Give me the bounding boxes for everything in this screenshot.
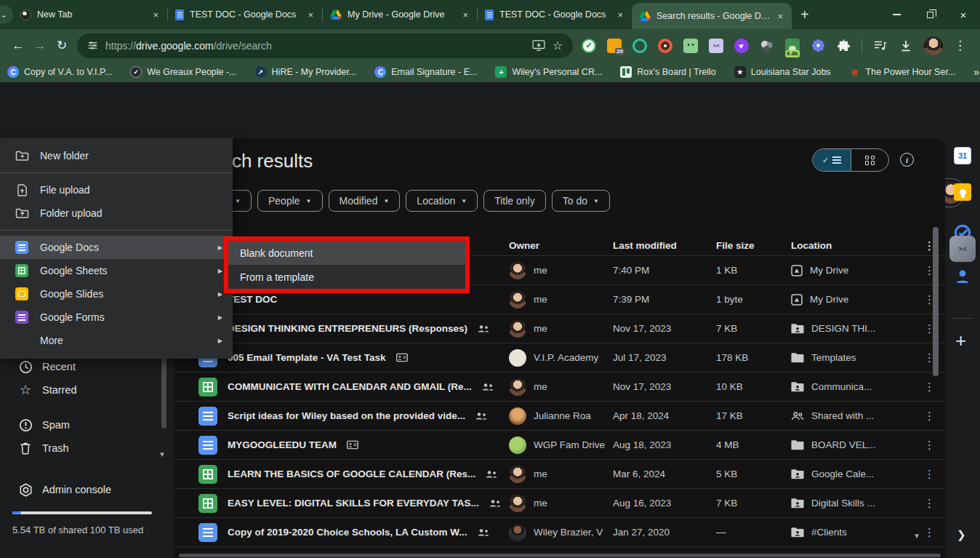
forward-button[interactable]: → [29,39,51,53]
table-row[interactable]: EASY LEVEL: DIGITAL SKILLS FOR EVERYDAY … [174,489,945,518]
submenu-item-from-a-template[interactable]: From a template [228,265,465,289]
column-last-modified[interactable]: Last modified [613,240,716,251]
extension-calendar-icon[interactable]: 20 [607,39,622,53]
show-side-panel-chevron[interactable]: ❯ [957,528,966,541]
extension-loop-icon[interactable] [632,39,647,53]
tab-test-doc-2[interactable]: TEST DOC - Google Docs × [478,0,632,29]
chrome-menu-icon[interactable]: ⋮ [954,38,966,53]
list-view-button[interactable]: ✓ [813,149,851,171]
sidebar-scrollbar-thumb[interactable] [161,358,166,429]
submenu-item-blank-document[interactable]: Blank document [228,241,465,265]
google-calendar-icon[interactable]: 31 [954,147,971,164]
bookmark-item[interactable]: ✓We Greaux People -... [130,66,236,78]
menu-item-google-forms[interactable]: Google Forms▶ [0,306,233,329]
tab-close-icon[interactable]: × [461,9,470,20]
extension-smile-icon[interactable] [683,39,698,53]
table-row[interactable]: Script ideas for Wiley based on the prov… [174,402,945,431]
bookmark-item[interactable]: Rox's Board | Trello [620,66,715,78]
table-row[interactable]: DESIGN THINKING ENTREPRENEURS (Responses… [174,314,945,343]
details-info-button[interactable]: i [900,153,914,167]
filter-chip-people[interactable]: People▼ [257,190,323,212]
extensions-puzzle-icon[interactable] [836,39,851,53]
file-name: TEST DOC [228,294,277,305]
extension-cursor-icon[interactable]: ▶ [734,39,749,53]
tab-close-icon[interactable]: × [151,9,160,20]
row-menu-button[interactable]: ⋮ [900,526,945,539]
menu-item-google-docs[interactable]: Google Docs▶ [0,236,233,259]
sidebar-item-admin-console[interactable]: Admin console [0,478,167,501]
menu-item-file-upload[interactable]: File upload [0,178,233,202]
menu-item-more[interactable]: More▶ [0,329,233,352]
extension-jobs-icon[interactable]: 6.8k [785,39,800,53]
column-file-size[interactable]: File size [716,240,791,251]
column-location[interactable]: Location [791,240,900,251]
cast-icon[interactable] [532,40,545,51]
tab-close-icon[interactable]: × [616,9,624,20]
table-row[interactable]: MYGOOGLEEDU TEAM WGP Fam Drive Aug 18, 2… [174,431,945,460]
google-keep-icon[interactable] [954,183,971,201]
bookmark-item[interactable]: ★Louisiana Star Jobs [734,66,831,78]
horizontal-scrollbar[interactable] [179,554,941,557]
side-panel-extension-icon[interactable]: >.< [949,236,976,262]
table-row[interactable]: Copy of 2019-2020 Choice Schools, LA Cus… [174,518,945,547]
extension-flower-icon[interactable] [811,39,825,53]
sidebar-item-trash[interactable]: Trash [0,437,167,460]
row-menu-button[interactable]: ⋮ [900,468,945,481]
new-tab-button[interactable]: + [800,7,809,23]
filter-chip-location[interactable]: Location▼ [406,190,478,212]
table-row[interactable]: 005 Email Template - VA Test Task V.I.P.… [174,343,945,372]
bookmark-item[interactable]: +Wiley's Personal CR... [495,66,602,78]
reload-button[interactable]: ↻ [51,38,73,53]
vertical-scrollbar-thumb[interactable] [933,227,939,376]
tab-search-results-active[interactable]: Search results - Google Driv × [632,3,792,29]
tab-close-icon[interactable]: × [776,11,784,22]
sidebar-item-starred[interactable]: ☆ Starred [0,378,167,402]
file-size: 1 byte [716,294,791,305]
bookmark-star-icon[interactable]: ☆ [553,39,563,52]
reading-list-icon[interactable] [873,39,888,53]
extension-camera-icon[interactable] [658,39,672,53]
extension-spheres-icon[interactable] [760,39,774,53]
check-icon: ✓ [822,156,829,165]
site-settings-icon[interactable] [87,40,98,51]
tab-search-button[interactable]: ⌄ [0,5,13,24]
window-restore-button[interactable] [913,0,947,29]
address-bar[interactable]: https://drive.google.com/drive/search ☆ [77,33,573,58]
window-minimize-button[interactable] [880,0,913,29]
tab-new-tab[interactable]: New Tab × [13,0,167,29]
column-owner[interactable]: Owner [509,240,613,251]
scroll-down-caret[interactable]: ▼ [913,532,920,540]
google-contacts-icon[interactable] [954,268,971,285]
menu-item-google-slides[interactable]: Google Slides▶ [0,282,233,306]
table-row[interactable]: LEARN THE BASICS OF GOOGLE CALENDAR (Res… [174,460,945,489]
downloads-icon[interactable] [899,39,913,53]
row-menu-button[interactable]: ⋮ [900,380,945,394]
extension-check-icon[interactable]: ✓ [582,39,596,53]
tab-my-drive[interactable]: My Drive - Google Drive × [323,0,477,29]
row-menu-button[interactable]: ⋮ [900,497,945,510]
sidebar-scroll-caret[interactable]: ▼ [158,450,166,458]
browser-profile-avatar[interactable] [924,36,943,55]
window-close-button[interactable]: × [947,0,980,29]
back-button[interactable]: ← [7,39,29,53]
bookmark-item[interactable]: eThe Power Hour Ser... [849,66,956,78]
filter-chip-modified[interactable]: Modified▼ [329,190,401,212]
menu-item-google-sheets[interactable]: Google Sheets▶ [0,259,233,282]
tab-test-doc-1[interactable]: TEST DOC - Google Docs × [168,0,322,29]
tab-close-icon[interactable]: × [306,9,315,20]
table-row[interactable]: COMMUNICATE WITH CALENDAR AND GMAIL (Re.… [174,372,945,402]
menu-item-folder-upload[interactable]: Folder upload [0,202,233,225]
menu-item-new-folder[interactable]: New folder [0,144,233,167]
extension-pixel-face-icon[interactable]: >.< [709,39,723,53]
row-menu-button[interactable]: ⋮ [900,410,945,423]
row-menu-button[interactable]: ⋮ [900,439,945,452]
bookmarks-overflow-chevron[interactable]: » [973,66,979,78]
sidebar-item-spam[interactable]: Spam [0,413,167,437]
filter-chip-title-only[interactable]: Title only [483,190,546,212]
grid-view-button[interactable] [851,149,888,171]
bookmark-item[interactable]: CEmail Signature - E... [374,66,477,78]
add-side-panel-app-button[interactable]: + [955,330,966,352]
bookmark-item[interactable]: ↗HiRE - My Provider... [255,66,357,78]
filter-chip-to-do[interactable]: To do▼ [552,190,610,212]
bookmark-item[interactable]: CCopy of V.A. to V.I.P... [7,66,112,78]
